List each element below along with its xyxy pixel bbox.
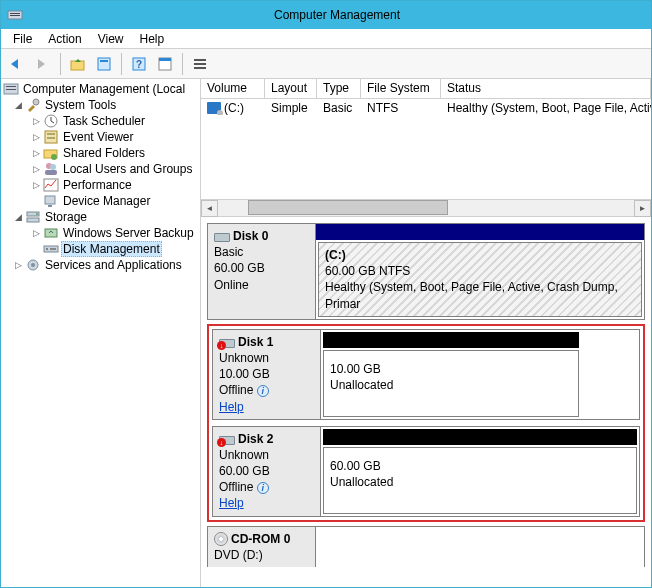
svg-rect-15: [6, 89, 16, 90]
partition-label: (C:): [325, 248, 346, 262]
svg-rect-3: [71, 61, 84, 70]
disk-0-block[interactable]: Disk 0 Basic 60.00 GB Online (C:) 60.00 …: [207, 223, 645, 320]
tree-performance[interactable]: ▷ Performance: [1, 177, 200, 193]
volume-row[interactable]: (C:) Simple Basic NTFS Healthy (System, …: [201, 99, 651, 117]
disk-1-block[interactable]: ↓Disk 1 Unknown 10.00 GB Offline i Help …: [212, 329, 640, 420]
col-volume[interactable]: Volume: [201, 79, 265, 98]
disk-0-partitions: (C:) 60.00 GB NTFS Healthy (System, Boot…: [316, 224, 644, 319]
tree-event-viewer[interactable]: ▷ Event Viewer: [1, 129, 200, 145]
help-button[interactable]: ?: [127, 52, 151, 76]
col-type[interactable]: Type: [317, 79, 361, 98]
disk-state: Online: [214, 277, 309, 293]
info-icon[interactable]: i: [257, 385, 269, 397]
tree-label: Performance: [61, 178, 134, 192]
tree-label: Storage: [43, 210, 89, 224]
collapse-icon[interactable]: ◢: [13, 212, 23, 222]
tree-ws-backup[interactable]: ▷ Windows Server Backup: [1, 225, 200, 241]
tree-storage[interactable]: ◢ Storage: [1, 209, 200, 225]
hard-disk-icon: [214, 230, 230, 242]
svg-rect-27: [45, 196, 55, 204]
tree-label: Services and Applications: [43, 258, 184, 272]
partition-unallocated[interactable]: 60.00 GB Unallocated: [323, 447, 637, 514]
forward-button[interactable]: [31, 52, 55, 76]
navigation-tree[interactable]: Computer Management (Local ◢ System Tool…: [1, 79, 201, 587]
title-bar[interactable]: Computer Management: [1, 1, 651, 29]
tree-label: Computer Management (Local: [21, 82, 187, 96]
scroll-track[interactable]: [218, 200, 634, 217]
menu-help[interactable]: Help: [132, 30, 173, 48]
volume-list[interactable]: (C:) Simple Basic NTFS Healthy (System, …: [201, 99, 651, 199]
tree-label: Local Users and Groups: [61, 162, 194, 176]
horizontal-scrollbar[interactable]: ◄ ►: [201, 199, 651, 217]
col-layout[interactable]: Layout: [265, 79, 317, 98]
partition-header-bar: [323, 332, 579, 348]
svg-rect-1: [10, 13, 20, 14]
menu-action[interactable]: Action: [40, 30, 89, 48]
tree-local-users[interactable]: ▷ Local Users and Groups: [1, 161, 200, 177]
help-link[interactable]: Help: [219, 496, 244, 510]
disk-name: Disk 2: [238, 431, 273, 447]
tree-root[interactable]: Computer Management (Local: [1, 81, 200, 97]
tree-device-manager[interactable]: Device Manager: [1, 193, 200, 209]
partition-status: Healthy (System, Boot, Page File, Active…: [325, 279, 635, 311]
svg-rect-35: [50, 248, 56, 250]
refresh-button[interactable]: [153, 52, 177, 76]
disk-1-partitions: 10.00 GB Unallocated: [321, 330, 639, 419]
menu-view[interactable]: View: [90, 30, 132, 48]
tree-task-scheduler[interactable]: ▷ Task Scheduler: [1, 113, 200, 129]
svg-rect-14: [6, 86, 16, 87]
volume-name: (C:): [224, 101, 244, 115]
partition-status: Unallocated: [330, 474, 630, 490]
properties-button[interactable]: [92, 52, 116, 76]
menu-file[interactable]: File: [5, 30, 40, 48]
tree-system-tools[interactable]: ◢ System Tools: [1, 97, 200, 113]
expand-icon[interactable]: ▷: [31, 164, 41, 174]
tree-services-apps[interactable]: ▷ Services and Applications: [1, 257, 200, 273]
menu-bar: File Action View Help: [1, 29, 651, 49]
partition-c[interactable]: (C:) 60.00 GB NTFS Healthy (System, Boot…: [318, 242, 642, 317]
app-icon: [7, 7, 23, 23]
disk-size: 60.00 GB: [219, 463, 314, 479]
scroll-thumb[interactable]: [248, 200, 448, 215]
volume-drive: (C:): [207, 101, 259, 115]
disk-name: CD-ROM 0: [231, 531, 290, 547]
disk-2-block[interactable]: ↓Disk 2 Unknown 60.00 GB Offline i Help …: [212, 426, 640, 517]
list-settings-button[interactable]: [188, 52, 212, 76]
list-icon: [192, 56, 208, 72]
disk-size: 10.00 GB: [219, 366, 314, 382]
window-title: Computer Management: [274, 8, 400, 22]
disk-graphical-view[interactable]: Disk 0 Basic 60.00 GB Online (C:) 60.00 …: [201, 217, 651, 587]
disk-name: Disk 1: [238, 334, 273, 350]
volume-layout: Simple: [265, 101, 317, 115]
tools-icon: [25, 97, 41, 113]
col-status[interactable]: Status: [441, 79, 651, 98]
expand-icon[interactable]: ▷: [31, 148, 41, 158]
partition-unallocated[interactable]: 10.00 GB Unallocated: [323, 350, 579, 417]
scroll-right-button[interactable]: ►: [634, 200, 651, 217]
tree-disk-management[interactable]: Disk Management: [1, 241, 200, 257]
properties-icon: [96, 56, 112, 72]
expand-icon[interactable]: ▷: [31, 132, 41, 142]
tree-label: Shared Folders: [61, 146, 147, 160]
up-folder-button[interactable]: [66, 52, 90, 76]
expand-icon[interactable]: ▷: [13, 260, 23, 270]
tree-shared-folders[interactable]: ▷ Shared Folders: [1, 145, 200, 161]
svg-rect-10: [194, 59, 206, 61]
expand-icon[interactable]: ▷: [31, 116, 41, 126]
expand-icon[interactable]: ▷: [31, 228, 41, 238]
info-icon[interactable]: i: [257, 482, 269, 494]
body-pane: Computer Management (Local ◢ System Tool…: [1, 79, 651, 587]
svg-rect-4: [98, 58, 110, 70]
disk-size: 60.00 GB: [214, 260, 309, 276]
cdrom-block[interactable]: CD-ROM 0 DVD (D:): [207, 526, 645, 567]
col-filesystem[interactable]: File System: [361, 79, 441, 98]
help-link[interactable]: Help: [219, 400, 244, 414]
expand-icon[interactable]: ▷: [31, 180, 41, 190]
collapse-icon[interactable]: ◢: [13, 100, 23, 110]
scroll-left-button[interactable]: ◄: [201, 200, 218, 217]
svg-rect-19: [47, 133, 55, 135]
svg-point-24: [50, 164, 56, 170]
console-icon: [3, 81, 19, 97]
back-button[interactable]: [5, 52, 29, 76]
toolbar-separator: [60, 53, 61, 75]
